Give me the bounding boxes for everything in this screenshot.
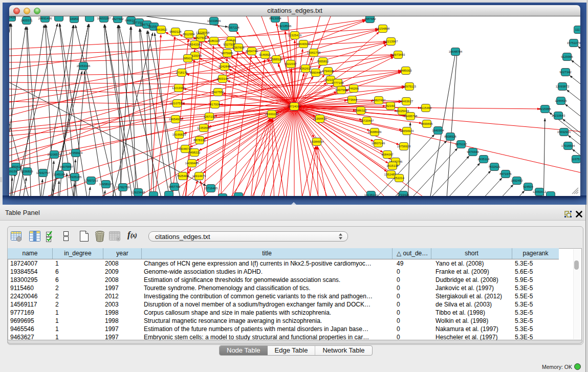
svg-text:252214: 252214 [394,177,405,180]
svg-text:116753: 116753 [571,158,580,161]
svg-text:1527602: 1527602 [112,17,124,20]
svg-text:1145194: 1145194 [54,173,66,176]
svg-text:16648784: 16648784 [449,50,463,53]
svg-text:7663822: 7663822 [155,28,167,31]
svg-text:39159: 39159 [9,170,17,173]
svg-text:1733426: 1733426 [397,193,409,196]
svg-text:9084067: 9084067 [381,153,394,156]
svg-text:7632621: 7632621 [488,165,500,168]
svg-text:7485003: 7485003 [400,69,412,72]
svg-text:1362615: 1362615 [299,67,312,70]
svg-text:9457791: 9457791 [168,185,181,188]
svg-text:18807249: 18807249 [372,142,385,145]
svg-text:15720407: 15720407 [360,119,374,122]
svg-text:3267130: 3267130 [203,115,215,118]
svg-text:9146821: 9146821 [259,53,271,56]
svg-text:3498222: 3498222 [188,151,201,154]
svg-text:8186323: 8186323 [208,39,220,42]
svg-text:16782759: 16782759 [116,186,130,189]
svg-text:1615132: 1615132 [386,164,399,167]
svg-text:10107553: 10107553 [170,102,184,105]
svg-text:924504: 924504 [523,185,534,188]
svg-text:19463627: 19463627 [400,100,413,103]
svg-text:12093872: 12093872 [556,85,570,88]
svg-text:19654933: 19654933 [169,118,183,121]
svg-text:7955812: 7955812 [317,60,329,63]
svg-text:6879197: 6879197 [455,143,467,146]
svg-text:19654923: 19654923 [400,129,414,133]
svg-text:20691406: 20691406 [38,17,52,20]
svg-text:10653287: 10653287 [97,17,111,20]
svg-text:7986322: 7986322 [355,109,367,112]
svg-text:16033809: 16033809 [207,19,221,23]
svg-text:19218506: 19218506 [278,25,292,28]
svg-text:12405: 12405 [9,16,16,19]
svg-text:19756928: 19756928 [397,145,411,148]
svg-text:9777169: 9777169 [332,81,344,84]
svg-text:8454749: 8454749 [246,50,258,53]
svg-text:16154808: 16154808 [376,27,390,30]
svg-text:19166829: 19166829 [172,133,186,136]
svg-text:12975115: 12975115 [403,85,417,88]
svg-text:2?3644: 2?3644 [347,98,358,101]
svg-text:9227342: 9227342 [559,71,572,74]
svg-text:17359924: 17359924 [69,151,83,155]
svg-text:11353594: 11353594 [197,126,211,129]
svg-text:7625402: 7625402 [177,174,189,178]
svg-text:14136141: 14136141 [364,193,378,196]
svg-text:15716485: 15716485 [204,187,218,190]
svg-text:7357224: 7357224 [227,26,239,29]
svg-text:8813054: 8813054 [269,17,281,20]
svg-text:9660124: 9660124 [169,30,182,33]
svg-text:1692450: 1692450 [511,179,523,182]
svg-text:1156829: 1156829 [21,170,34,173]
svg-text:9115460: 9115460 [420,106,432,110]
svg-text:12450412: 12450412 [533,190,547,193]
svg-text:10688609: 10688609 [368,130,382,134]
svg-text:9474444: 9474444 [467,150,479,154]
svg-text:26053346: 26053346 [77,64,91,68]
svg-text:1588520: 1588520 [270,58,282,61]
svg-text:8215955: 8215955 [539,107,551,111]
svg-text:10807487: 10807487 [372,99,386,102]
svg-text:14099489: 14099489 [185,162,199,165]
svg-text:25300203: 25300203 [265,113,279,116]
svg-text:9699695: 9699695 [421,122,433,125]
svg-text:62160: 62160 [386,104,395,107]
svg-text:9827500: 9827500 [194,36,207,39]
svg-text:8990448: 8990448 [310,71,322,74]
svg-text:8878334: 8878334 [193,139,206,142]
svg-text:2687682: 2687682 [364,17,376,20]
svg-text:8427552: 8427552 [212,91,224,94]
svg-text:2935114: 2935114 [478,158,490,161]
svg-text:12905185: 12905185 [68,176,82,179]
svg-text:6497568: 6497568 [335,89,347,92]
svg-text:16640910: 16640910 [297,42,311,46]
svg-text:1244415: 1244415 [555,99,567,102]
svg-text:18724007: 18724007 [288,105,301,108]
svg-text:11325419: 11325419 [288,34,302,37]
svg-text:15751074: 15751074 [567,41,580,45]
svg-text:417006: 417006 [210,103,221,106]
svg-text:8471676: 8471676 [499,172,512,176]
svg-text:3875685: 3875685 [221,52,233,55]
svg-text:6322037: 6322037 [285,62,297,65]
svg-text:16961758: 16961758 [307,51,321,54]
svg-text:16914479: 16914479 [192,174,206,178]
svg-text:6794028: 6794028 [322,70,334,73]
svg-text:12213967: 12213967 [384,40,398,43]
svg-text:16210643: 16210643 [552,114,565,117]
svg-text:17016504: 17016504 [561,144,575,147]
svg-text:19384554: 19384554 [310,140,324,143]
svg-text:10958107: 10958107 [99,183,113,186]
svg-text:746266: 746266 [349,87,359,90]
svg-text:17957253: 17957253 [84,179,98,182]
svg-text:1405571: 1405571 [20,19,33,22]
svg-text:2367608: 2367608 [232,46,245,49]
svg-text:15495798: 15495798 [404,115,418,118]
svg-text:2718176: 2718176 [176,71,188,74]
svg-text:8938928: 8938928 [444,135,456,138]
svg-text:2803144: 2803144 [216,77,229,80]
svg-text:16543382: 16543382 [188,43,202,46]
svg-text:9242848: 9242848 [219,65,231,68]
